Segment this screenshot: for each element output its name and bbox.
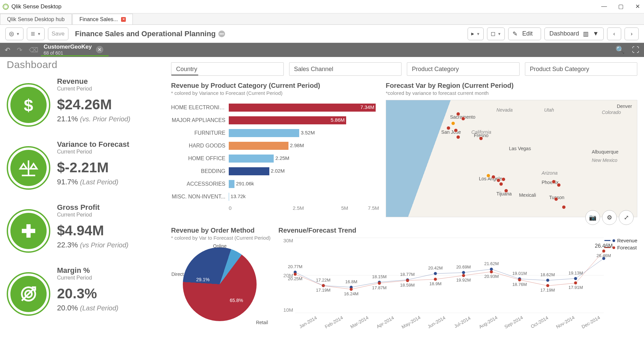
trend-point[interactable]: 17.87M — [378, 282, 381, 285]
map-dot[interactable] — [461, 117, 465, 121]
tab-label: Finance Sales... — [79, 16, 118, 22]
map-dot[interactable] — [499, 182, 503, 186]
map-dot[interactable] — [451, 121, 455, 125]
map-dot[interactable] — [496, 178, 500, 182]
trend-point[interactable]: 18.9M — [434, 278, 437, 281]
close-icon[interactable]: ✕ — [634, 3, 641, 10]
save-button[interactable]: Save — [48, 27, 68, 40]
map-city-label: Phoenix — [542, 180, 559, 185]
tab-hub[interactable]: Qlik Sense Desktop hub — [0, 14, 72, 24]
trend-point[interactable]: 17.19M — [322, 284, 325, 287]
kpi-change: 91.7% — [57, 178, 78, 186]
map-dot[interactable] — [562, 205, 566, 209]
kpi-gross-profit[interactable]: Gross Profit Current Period $4.94M 22.3%… — [7, 203, 168, 253]
map-dot[interactable] — [454, 128, 458, 132]
kpi-variance[interactable]: Variance to Forecast Current Period $-2.… — [7, 140, 168, 190]
map-dot[interactable] — [557, 183, 561, 187]
map-dot[interactable] — [456, 135, 460, 139]
app-title: Finance Sales and Operational Planning •… — [75, 29, 225, 38]
y-tick: 30M — [278, 238, 293, 243]
trend-point[interactable]: 19.92M — [462, 274, 465, 277]
prev-sheet-button[interactable]: ‹ — [607, 27, 621, 40]
bar-row[interactable]: MISC. NON-INVENT... 13.72k — [171, 190, 379, 203]
map-dot[interactable] — [479, 136, 483, 140]
more-icon[interactable]: ••• — [218, 31, 225, 37]
svg-text:$: $ — [24, 96, 33, 115]
filter-label: Product Category — [412, 66, 459, 73]
list-menu-button[interactable]: ≣▼ — [27, 27, 45, 40]
selection-forward-icon[interactable]: ↷ — [17, 46, 25, 54]
next-sheet-button[interactable]: › — [625, 27, 639, 40]
x-tick: Mar-2014 — [347, 313, 372, 331]
x-tick: Feb-2014 — [321, 313, 346, 331]
map-dot[interactable] — [491, 175, 495, 179]
trend-point[interactable]: 20.42M — [434, 272, 437, 275]
trend-point[interactable]: 17.91M — [574, 282, 577, 285]
map-panel[interactable]: Forecast Var by Region (Current Period) … — [386, 82, 637, 217]
minimize-icon[interactable]: — — [600, 3, 608, 10]
titlebar: ◯ Qlik Sense Desktop — ▢ ✕ — [0, 0, 644, 13]
trend-point[interactable]: 18.59M — [406, 279, 409, 282]
kpi-margin[interactable]: Margin % Current Period 20.3% 20.0% (Las… — [7, 266, 168, 316]
trend-point[interactable]: 17.19M — [546, 284, 549, 287]
map-canvas[interactable]: Nevada Utah Colorado California Arizona … — [386, 100, 637, 217]
tab-close-icon[interactable]: ✕ — [121, 17, 126, 22]
map-dot[interactable] — [501, 177, 505, 181]
toolbar: ◎▼ ≣▼ Save Finance Sales and Operational… — [0, 25, 644, 43]
filter-product-subcategory[interactable]: Product Sub Category — [525, 62, 638, 76]
panel-title: Forecast Var by Region (Current Period) — [386, 82, 637, 89]
sheet-selector[interactable]: Dashboard▥▼ — [544, 27, 604, 40]
bar-row[interactable]: FURNITURE 3.52M — [171, 127, 379, 139]
selection-clear-icon[interactable]: ⌫ — [29, 46, 38, 54]
bar-row[interactable]: MAJOR APPLIANCES 5.86M — [171, 114, 379, 127]
pie-panel[interactable]: Revenue by Order Method * colored by Var… — [171, 227, 272, 325]
kpi-value: $24.26M — [57, 97, 130, 113]
bar-row[interactable]: HARD GOODS 2.98M — [171, 139, 379, 152]
trend-chart: 30M 20M 10M Revenue Forecast 20.77M17 — [278, 238, 637, 325]
selection-tool-icon[interactable]: ⛶ — [632, 46, 639, 54]
legend-forecast: Forecast — [617, 245, 637, 250]
trend-point[interactable]: 18.76M — [518, 278, 521, 281]
trend-point[interactable]: 20.93M — [490, 270, 493, 273]
trend-point[interactable]: 26.46M — [602, 249, 605, 252]
tab-finance-sales[interactable]: Finance Sales... ✕ — [72, 14, 133, 24]
selection-back-icon[interactable]: ↶ — [5, 46, 13, 54]
bar-chart-panel[interactable]: Revenue by Product Category (Current Per… — [171, 82, 379, 217]
maximize-icon[interactable]: ▢ — [617, 3, 625, 10]
kpi-title: Margin % — [57, 266, 118, 275]
map-dot[interactable] — [446, 126, 450, 130]
search-icon[interactable]: 🔍 — [615, 46, 625, 54]
bar-row[interactable]: HOME OFFICE 2.25M — [171, 152, 379, 165]
map-expand-icon[interactable]: ⤢ — [619, 210, 634, 225]
filter-product-category[interactable]: Product Category — [407, 62, 520, 76]
tab-bar: Qlik Sense Desktop hub Finance Sales... … — [0, 13, 644, 25]
trend-point[interactable]: 19.13M — [574, 277, 577, 280]
map-dot[interactable] — [504, 189, 508, 193]
trend-panel[interactable]: Revenue/Forecast Trend 30M 20M 10M Reven… — [278, 227, 637, 325]
trend-point[interactable]: 20.25M — [294, 273, 297, 276]
filter-sales-channel[interactable]: Sales Channel — [289, 62, 402, 76]
map-region-label: Utah — [544, 107, 554, 113]
map-dot[interactable] — [554, 197, 558, 201]
nav-menu-button[interactable]: ◎▼ — [5, 27, 23, 40]
pie-label: Retail — [256, 320, 268, 325]
play-button[interactable]: ▸▼ — [468, 27, 484, 40]
selection-remove-icon[interactable]: ✕ — [96, 46, 103, 53]
edit-button[interactable]: ✎Edit — [508, 27, 541, 40]
bar-label: HOME OFFICE — [171, 156, 225, 162]
map-dot[interactable] — [552, 180, 556, 184]
map-settings-icon[interactable]: ⚙ — [602, 210, 617, 225]
map-city-label: Mexicali — [519, 192, 536, 198]
kpi-revenue[interactable]: $ Revenue Current Period $24.26M 21.1% (… — [7, 77, 168, 127]
trend-point[interactable]: 18.62M — [546, 279, 549, 282]
filter-country[interactable]: Country — [171, 62, 284, 76]
target-icon — [7, 272, 50, 316]
selection-token[interactable]: CustomerGeoKey 68 of 601 ✕ — [41, 44, 109, 56]
bookmark-button[interactable]: ◻▼ — [487, 27, 505, 40]
bar-row[interactable]: HOME ELECTRONICS 7.34M — [171, 101, 379, 114]
kpi-sub: Current Period — [57, 86, 130, 92]
bar-row[interactable]: BEDDING 2.02M — [171, 165, 379, 178]
trend-point[interactable]: 16.24M — [350, 288, 353, 291]
map-snapshot-icon[interactable]: 📷 — [585, 210, 600, 225]
bar-row[interactable]: ACCESSORIES 291.06k — [171, 178, 379, 190]
